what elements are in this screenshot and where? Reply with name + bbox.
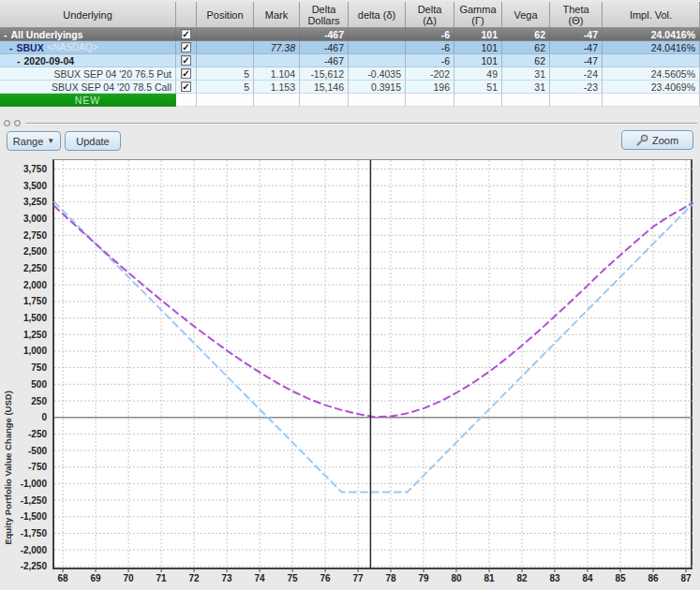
table-row-new[interactable]: NEW bbox=[0, 94, 700, 107]
column-header-gamma[interactable]: Gamma (Γ) bbox=[454, 2, 502, 28]
y-tick-label: -750 bbox=[0, 462, 47, 472]
checkbox-cell: ✓ bbox=[176, 81, 197, 94]
table-row-all-underlyings[interactable]: -All Underlyings ✓ -467 -6 101 62 -47 24… bbox=[0, 28, 700, 41]
y-tick-label: 3,250 bbox=[0, 197, 47, 207]
delta-dollars-cell: -467 bbox=[300, 41, 349, 54]
column-header-underlying[interactable]: Underlying bbox=[0, 2, 176, 28]
pnl-chart-canvas[interactable] bbox=[54, 160, 693, 568]
gamma-cell bbox=[454, 94, 502, 107]
theta-cell: -24 bbox=[550, 67, 603, 81]
theta-cell: -23 bbox=[550, 81, 603, 94]
table-row-expiry-2020-09-04[interactable]: -2020-09-04 ✓ -467 -6 101 62 -47 bbox=[0, 54, 700, 67]
gamma-cell: 101 bbox=[454, 28, 502, 41]
delta-small-cell: -0.4035 bbox=[349, 67, 406, 81]
row-label: 2020-09-04 bbox=[24, 55, 75, 66]
table-row-sbux[interactable]: -SBUX<NASDAQ> ✓ 77.38 -467 -6 101 62 -47… bbox=[0, 41, 700, 54]
vega-cell: 62 bbox=[502, 54, 550, 67]
vega-cell: 62 bbox=[502, 28, 550, 41]
collapse-icon[interactable]: - bbox=[4, 29, 7, 40]
chevron-down-icon: ▼ bbox=[47, 137, 54, 145]
position-cell bbox=[197, 28, 254, 41]
column-header-theta[interactable]: Theta (Θ) bbox=[550, 2, 603, 28]
x-tick-label: 84 bbox=[573, 573, 602, 583]
panel-grip-icon[interactable] bbox=[4, 120, 10, 126]
row-checkbox[interactable]: ✓ bbox=[181, 29, 191, 39]
y-tick-label: 750 bbox=[0, 362, 47, 373]
y-tick-label: -1,250 bbox=[0, 495, 47, 506]
delta-dollars-cell: -467 bbox=[300, 28, 349, 41]
vega-cell bbox=[502, 94, 550, 107]
mark-cell bbox=[254, 54, 300, 67]
underlying-cell: -All Underlyings bbox=[0, 28, 176, 41]
magnifier-icon bbox=[636, 134, 648, 146]
check-icon: ✓ bbox=[182, 30, 189, 38]
x-tick-label: 79 bbox=[410, 573, 438, 583]
y-tick-label: 3,750 bbox=[0, 164, 47, 174]
y-tick-label: -250 bbox=[0, 429, 47, 439]
underlying-cell: -2020-09-04 bbox=[0, 54, 176, 67]
column-header-impl-vol[interactable]: Impl. Vol. bbox=[603, 2, 700, 28]
x-tick-label: 77 bbox=[344, 573, 372, 583]
impl-vol-cell: 24.5605% bbox=[603, 67, 700, 81]
checkbox-cell: ✓ bbox=[176, 54, 197, 67]
position-cell: 5 bbox=[197, 67, 254, 81]
theta-cell bbox=[550, 94, 603, 107]
column-header-position[interactable]: Position bbox=[197, 2, 254, 28]
update-button[interactable]: Update bbox=[65, 131, 121, 151]
exchange-label: <NASDAQ> bbox=[48, 42, 98, 52]
x-tick-label: 73 bbox=[213, 573, 241, 583]
zoom-button-label: Zoom bbox=[652, 135, 678, 146]
y-tick-label: 1,250 bbox=[0, 330, 47, 340]
x-tick-label: 75 bbox=[278, 573, 306, 583]
column-header-checkbox[interactable] bbox=[176, 2, 197, 28]
column-header-mark[interactable]: Mark bbox=[254, 2, 300, 28]
y-tick-label: -1,500 bbox=[0, 511, 47, 522]
y-tick-label: -2,000 bbox=[0, 545, 47, 555]
row-label: SBUX bbox=[17, 42, 44, 53]
theta-cell: -47 bbox=[550, 54, 603, 67]
delta-small-cell: 0.3915 bbox=[349, 81, 406, 94]
new-row-cell[interactable]: NEW bbox=[0, 94, 176, 107]
y-tick-label: 2,000 bbox=[0, 280, 47, 290]
x-tick-label: 68 bbox=[49, 573, 77, 583]
x-tick-label: 74 bbox=[246, 573, 274, 583]
check-icon: ✓ bbox=[182, 82, 189, 91]
delta-cap-cell: -6 bbox=[406, 54, 454, 67]
checkbox-cell: ✓ bbox=[176, 28, 197, 41]
gamma-cell: 101 bbox=[454, 41, 502, 54]
row-checkbox[interactable]: ✓ bbox=[181, 68, 191, 79]
panel-grip-icon[interactable] bbox=[14, 120, 21, 126]
y-tick-label: 250 bbox=[0, 396, 47, 406]
column-header-delta-dollars[interactable]: Delta Dollars bbox=[300, 2, 349, 28]
underlying-cell: SBUX SEP 04 '20 76.5 Put bbox=[0, 67, 176, 81]
row-checkbox[interactable]: ✓ bbox=[181, 55, 191, 66]
zoom-button[interactable]: Zoom bbox=[621, 130, 693, 150]
table-row-put-76-5[interactable]: SBUX SEP 04 '20 76.5 Put ✓ 5 1.104 -15,6… bbox=[0, 67, 700, 81]
row-checkbox[interactable]: ✓ bbox=[181, 42, 191, 52]
theta-cell: -47 bbox=[550, 28, 603, 41]
position-cell bbox=[197, 54, 254, 67]
collapse-icon[interactable]: - bbox=[9, 42, 13, 53]
row-checkbox[interactable]: ✓ bbox=[181, 81, 191, 92]
column-header-delta-cap[interactable]: Delta (Δ) bbox=[406, 2, 454, 28]
impl-vol-cell bbox=[603, 54, 700, 67]
check-icon: ✓ bbox=[182, 43, 189, 52]
y-tick-label: -500 bbox=[0, 446, 47, 456]
impl-vol-cell: 23.4069% bbox=[603, 81, 700, 94]
y-tick-label: 2,500 bbox=[0, 246, 47, 257]
x-tick-label: 86 bbox=[639, 573, 667, 583]
row-label: All Underlyings bbox=[11, 29, 83, 40]
delta-cap-cell: -6 bbox=[406, 41, 454, 54]
y-tick-label: -1,000 bbox=[0, 479, 47, 489]
x-tick-label: 87 bbox=[672, 573, 700, 583]
x-tick-label: 70 bbox=[114, 573, 142, 583]
pnl-chart-plot-area[interactable] bbox=[52, 159, 693, 569]
collapse-icon[interactable]: - bbox=[17, 55, 21, 66]
mark-cell bbox=[254, 94, 300, 107]
x-tick-label: 69 bbox=[82, 573, 110, 583]
column-header-delta-small[interactable]: delta (δ) bbox=[349, 2, 406, 28]
table-row-call-78-5[interactable]: SBUX SEP 04 '20 78.5 Call ✓ 5 1.153 15,1… bbox=[0, 81, 700, 94]
column-header-vega[interactable]: Vega bbox=[502, 2, 550, 28]
range-button[interactable]: Range▼ bbox=[7, 131, 61, 151]
vega-cell: 31 bbox=[502, 67, 550, 81]
